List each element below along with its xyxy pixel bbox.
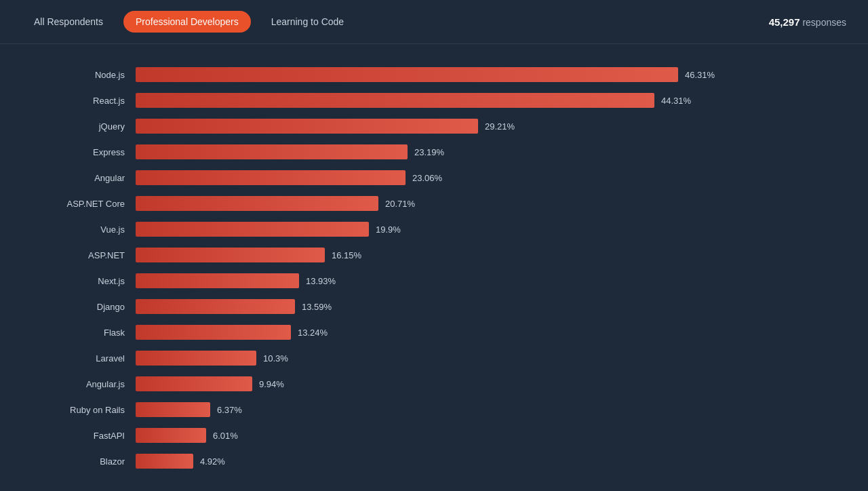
- bar-label: Node.js: [0, 70, 136, 80]
- bar-fill: [136, 273, 299, 288]
- tab-professional-developers[interactable]: Professional Developers: [123, 11, 251, 33]
- responses-label: responses: [802, 17, 846, 28]
- tab-learning-to-code[interactable]: Learning to Code: [259, 11, 356, 33]
- bar-fill: [136, 428, 206, 443]
- bar-fill: [136, 454, 193, 469]
- tabs-container: All RespondentsProfessional DevelopersLe…: [22, 11, 361, 33]
- tab-all-respondents[interactable]: All Respondents: [22, 11, 115, 33]
- bar-track: 13.24%: [136, 325, 827, 340]
- bar-label: Django: [0, 302, 136, 312]
- bar-track: 13.93%: [136, 273, 827, 288]
- bar-label: Flask: [0, 328, 136, 338]
- bar-fill: [136, 248, 325, 262]
- bar-fill: [136, 196, 378, 211]
- bar-track: 20.71%: [136, 196, 827, 211]
- header: All RespondentsProfessional DevelopersLe…: [0, 0, 868, 44]
- bar-value: 13.24%: [298, 328, 328, 338]
- bar-fill: [136, 67, 678, 82]
- bar-label: FastAPI: [0, 431, 136, 441]
- bar-fill: [136, 376, 252, 391]
- bar-row: Express23.19%: [0, 142, 827, 162]
- bar-row: React.js44.31%: [0, 90, 827, 111]
- bar-track: 4.92%: [136, 454, 827, 469]
- bar-value: 6.01%: [213, 431, 238, 441]
- bar-fill: [136, 325, 291, 340]
- bar-row: FastAPI6.01%: [0, 425, 827, 446]
- bar-track: 23.06%: [136, 170, 827, 185]
- bar-value: 20.71%: [385, 199, 415, 209]
- bar-value: 16.15%: [332, 250, 361, 260]
- bar-value: 19.9%: [376, 224, 401, 235]
- bar-track: 10.3%: [136, 351, 827, 366]
- bar-row: Vue.js19.9%: [0, 219, 827, 239]
- bar-row: jQuery29.21%: [0, 116, 827, 136]
- bar-fill: [136, 144, 408, 159]
- bar-label: Angular: [0, 173, 136, 183]
- responses-number: 45,297: [769, 16, 800, 28]
- bar-row: Angular23.06%: [0, 168, 827, 188]
- bar-track: 13.59%: [136, 299, 827, 314]
- bar-fill: [136, 351, 256, 366]
- bar-track: 44.31%: [136, 93, 827, 108]
- bar-row: Next.js13.93%: [0, 271, 827, 291]
- bar-row: Blazor4.92%: [0, 451, 827, 471]
- responses-count: 45,297 responses: [769, 16, 846, 28]
- bar-track: 23.19%: [136, 144, 827, 159]
- bar-fill: [136, 299, 295, 314]
- bar-row: Laravel10.3%: [0, 348, 827, 368]
- bar-track: 29.21%: [136, 119, 827, 134]
- bar-fill: [136, 170, 406, 185]
- bar-label: Angular.js: [0, 379, 136, 389]
- bar-row: Ruby on Rails6.37%: [0, 399, 827, 420]
- bar-label: Next.js: [0, 276, 136, 286]
- bar-value: 23.06%: [412, 173, 442, 183]
- bar-label: React.js: [0, 96, 136, 106]
- bar-value: 29.21%: [485, 121, 515, 132]
- bar-value: 23.19%: [414, 147, 444, 157]
- bar-track: 6.01%: [136, 428, 827, 443]
- bars-container: Node.js46.31%React.js44.31%jQuery29.21%E…: [0, 64, 827, 477]
- bar-track: 46.31%: [136, 67, 827, 82]
- bar-label: Ruby on Rails: [0, 405, 136, 415]
- bar-fill: [136, 119, 478, 134]
- bar-track: 6.37%: [136, 402, 827, 417]
- bar-label: ASP.NET Core: [0, 199, 136, 209]
- bar-row: ASP.NET Core20.71%: [0, 193, 827, 214]
- bar-label: ASP.NET: [0, 250, 136, 260]
- bar-row: Flask13.24%: [0, 322, 827, 342]
- bar-label: Vue.js: [0, 224, 136, 235]
- bar-value: 46.31%: [685, 70, 715, 80]
- bar-row: Node.js46.31%: [0, 64, 827, 85]
- bar-label: Blazor: [0, 456, 136, 467]
- bar-value: 6.37%: [217, 405, 242, 415]
- bar-row: Django13.59%: [0, 296, 827, 317]
- bar-track: 16.15%: [136, 248, 827, 262]
- bar-fill: [136, 402, 210, 417]
- bar-value: 4.92%: [200, 456, 225, 467]
- bar-row: ASP.NET16.15%: [0, 245, 827, 265]
- bar-fill: [136, 93, 654, 108]
- bar-value: 13.59%: [302, 302, 332, 312]
- bar-row: Angular.js9.94%: [0, 374, 827, 394]
- bar-value: 9.94%: [259, 379, 284, 389]
- chart-container: Node.js46.31%React.js44.31%jQuery29.21%E…: [0, 44, 868, 491]
- bar-value: 44.31%: [661, 96, 691, 106]
- bar-label: Express: [0, 147, 136, 157]
- bar-label: jQuery: [0, 121, 136, 132]
- bar-track: 9.94%: [136, 376, 827, 391]
- bar-fill: [136, 222, 369, 237]
- bar-value: 10.3%: [263, 353, 288, 364]
- bar-track: 19.9%: [136, 222, 827, 237]
- bar-value: 13.93%: [306, 276, 336, 286]
- bar-label: Laravel: [0, 353, 136, 364]
